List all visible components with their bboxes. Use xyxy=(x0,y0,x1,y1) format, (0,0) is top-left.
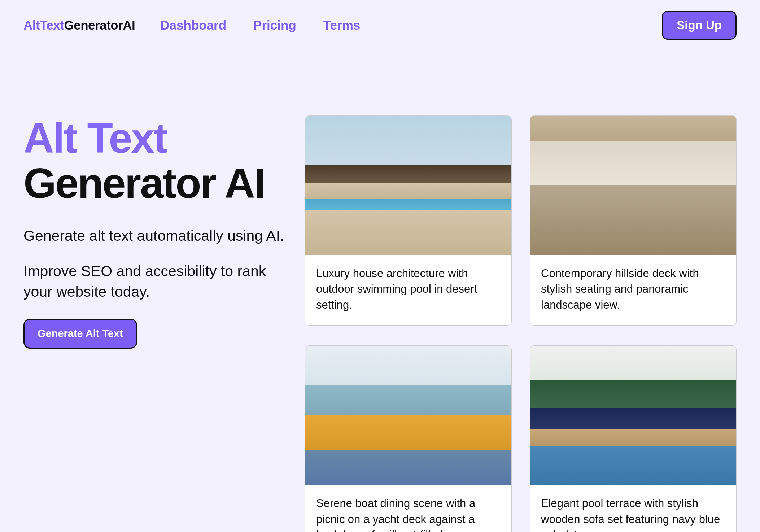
hero-desc-line2: Improve SEO and accesibility to rank you… xyxy=(23,261,287,302)
nav: Dashboard Pricing Terms xyxy=(160,18,360,32)
example-card: Serene boat dining scene with a picnic o… xyxy=(305,345,512,532)
hero-description: Generate alt text automatically using AI… xyxy=(23,226,287,302)
example-image-hillside-deck xyxy=(530,116,736,255)
logo[interactable]: AltTextGeneratorAI xyxy=(23,18,135,32)
header: AltTextGeneratorAI Dashboard Pricing Ter… xyxy=(23,11,737,47)
logo-part2: GeneratorAI xyxy=(64,18,135,32)
hero-desc-line1: Generate alt text automatically using AI… xyxy=(23,226,287,246)
example-caption: Contemporary hillside deck with stylish … xyxy=(530,255,736,325)
example-image-pool-terrace xyxy=(530,346,736,485)
example-caption: Elegant pool terrace with stylish wooden… xyxy=(530,485,736,532)
example-card: Elegant pool terrace with stylish wooden… xyxy=(530,345,737,532)
example-image-desert-house xyxy=(305,116,511,255)
header-left: AltTextGeneratorAI Dashboard Pricing Ter… xyxy=(23,18,360,32)
hero-title: Alt Text Generator AI xyxy=(23,115,287,206)
example-image-boat-dining xyxy=(305,346,511,485)
hero-section: Alt Text Generator AI Generate alt text … xyxy=(23,115,287,532)
example-cards-grid: Luxury house architecture with outdoor s… xyxy=(305,115,737,532)
generate-alt-text-button[interactable]: Generate Alt Text xyxy=(23,319,137,349)
nav-dashboard[interactable]: Dashboard xyxy=(160,18,226,32)
main-content: Alt Text Generator AI Generate alt text … xyxy=(23,115,737,532)
example-card: Contemporary hillside deck with stylish … xyxy=(530,115,737,326)
logo-part1: AltText xyxy=(23,18,64,32)
nav-pricing[interactable]: Pricing xyxy=(253,18,296,32)
example-caption: Luxury house architecture with outdoor s… xyxy=(305,255,511,325)
hero-title-line1: Alt Text xyxy=(23,114,166,162)
nav-terms[interactable]: Terms xyxy=(323,18,360,32)
signup-button[interactable]: Sign Up xyxy=(662,11,737,40)
example-card: Luxury house architecture with outdoor s… xyxy=(305,115,512,326)
hero-title-line2: Generator AI xyxy=(23,160,265,207)
example-caption: Serene boat dining scene with a picnic o… xyxy=(305,485,511,532)
